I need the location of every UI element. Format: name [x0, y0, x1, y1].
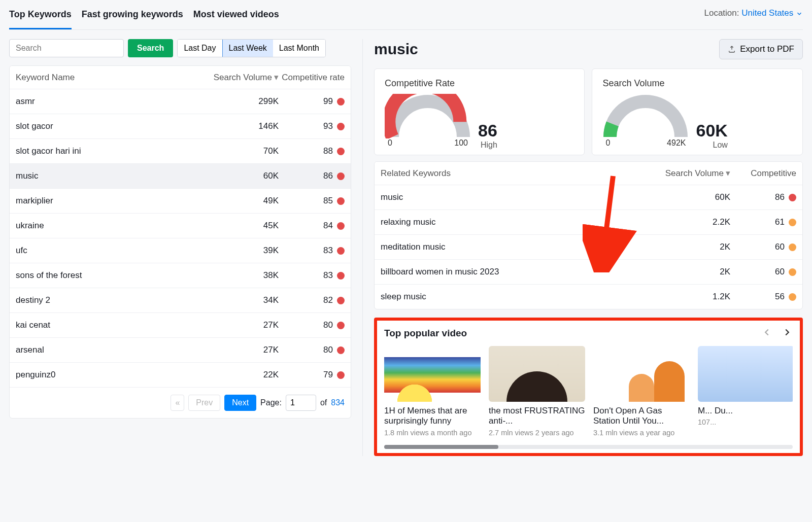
volume-cell: 49K — [213, 196, 279, 206]
keyword-cell: arsenal — [16, 345, 213, 355]
timeframe-last-month[interactable]: Last Month — [273, 40, 325, 57]
competitive-dot-icon — [789, 268, 796, 276]
competitive-dot-icon — [337, 297, 345, 304]
comp-cell: 60 — [730, 242, 796, 252]
comp-cell: 80 — [279, 345, 345, 355]
keyword-cell: ufc — [16, 246, 213, 256]
table-row[interactable]: ufc39K83 — [10, 238, 351, 263]
volume-cell: 39K — [213, 246, 279, 256]
competitive-dot-icon — [789, 194, 796, 201]
video-card[interactable]: M... Du...107... — [698, 346, 793, 437]
comp-cell: 83 — [279, 246, 345, 256]
video-title: 1H of Memes that are surprisingly funny — [384, 406, 481, 427]
page-input[interactable] — [286, 395, 316, 411]
upload-icon — [728, 45, 736, 53]
carousel-scrollbar[interactable] — [384, 445, 793, 449]
competitive-dot-icon — [337, 247, 345, 255]
col-header-volume[interactable]: Search Volume▾ — [213, 72, 279, 83]
keyword-cell: markiplier — [16, 196, 213, 206]
video-card[interactable]: Don't Open A Gas Station Until You...3.1… — [593, 346, 690, 437]
location-value[interactable]: United States — [741, 8, 803, 18]
tab-fast-growing-keywords[interactable]: Fast growing keywords — [82, 4, 183, 29]
keyword-cell: asmr — [16, 96, 213, 107]
comp-cell: 93 — [279, 121, 345, 131]
table-row[interactable]: music60K86 — [375, 185, 802, 210]
tabs-bar: Top KeywordsFast growing keywordsMost vi… — [9, 4, 803, 30]
volume-cell: 60K — [664, 192, 730, 202]
table-row[interactable]: music60K86 — [10, 164, 351, 189]
video-thumbnail — [698, 346, 793, 402]
gauge-level: Low — [696, 141, 727, 150]
table-row[interactable]: kai cenat27K80 — [10, 313, 351, 338]
sort-icon: ▾ — [274, 72, 279, 83]
timeframe-last-day[interactable]: Last Day — [178, 40, 222, 57]
table-row[interactable]: billboard women in music 20232K60 — [375, 260, 802, 285]
carousel-prev-button[interactable] — [761, 327, 772, 340]
keyword-cell: music — [381, 192, 664, 202]
volume-cell: 2.2K — [664, 217, 730, 227]
location-label: Location: — [704, 8, 739, 18]
export-pdf-button[interactable]: Export to PDF — [719, 39, 803, 59]
timeframe-segment: Last DayLast WeekLast Month — [177, 39, 326, 57]
page-label: Page: — [260, 398, 282, 407]
comp-cell: 86 — [730, 192, 796, 202]
keyword-cell: relaxing music — [381, 217, 664, 227]
comp-cell: 99 — [279, 96, 345, 107]
volume-cell: 299K — [213, 96, 279, 107]
table-row[interactable]: penguinz022K79 — [10, 363, 351, 387]
table-row[interactable]: markiplier49K85 — [10, 189, 351, 214]
video-card[interactable]: 1H of Memes that are surprisingly funny1… — [384, 346, 481, 437]
col-header-comp[interactable]: Competitive rate — [279, 73, 345, 83]
search-button[interactable]: Search — [128, 39, 173, 57]
competitive-dot-icon — [337, 272, 345, 280]
video-meta: 2.7 mln views 2 years ago — [489, 429, 585, 437]
gauge-min: 0 — [605, 138, 610, 148]
tab-top-keywords[interactable]: Top Keywords — [9, 4, 72, 29]
video-card[interactable]: the most FRUSTRATING anti-...2.7 mln vie… — [489, 346, 585, 437]
table-row[interactable]: slot gacor146K93 — [10, 114, 351, 139]
timeframe-last-week[interactable]: Last Week — [222, 39, 274, 57]
col-header-keyword[interactable]: Related Keywords — [381, 168, 664, 179]
gauge-max: 100 — [454, 138, 468, 148]
keyword-cell: slot gacor — [16, 121, 213, 131]
carousel-next-button[interactable] — [782, 327, 793, 340]
keyword-cell: music — [16, 171, 213, 181]
table-row[interactable]: meditation music2K60 — [375, 235, 802, 260]
competitive-dot-icon — [337, 148, 345, 155]
gauge-value: 60K — [696, 121, 727, 141]
col-header-keyword[interactable]: Keyword Name — [16, 73, 213, 83]
search-input[interactable] — [9, 39, 124, 57]
table-row[interactable]: destiny 234K82 — [10, 288, 351, 313]
table-row[interactable]: asmr299K99 — [10, 89, 351, 114]
comp-cell: 88 — [279, 146, 345, 156]
table-row[interactable]: sons of the forest38K83 — [10, 263, 351, 288]
tab-most-viewed-videos[interactable]: Most viewed videos — [193, 4, 279, 29]
volume-cell: 27K — [213, 320, 279, 330]
pager-first-button[interactable]: « — [171, 395, 184, 411]
volume-cell: 70K — [213, 146, 279, 156]
table-row[interactable]: sleep music1.2K56 — [375, 285, 802, 309]
table-row[interactable]: slot gacor hari ini70K88 — [10, 139, 351, 164]
table-row[interactable]: relaxing music2.2K61 — [375, 210, 802, 235]
video-meta: 1.8 mln views a month ago — [384, 429, 481, 437]
comp-cell: 85 — [279, 196, 345, 206]
col-header-comp[interactable]: Competitive — [730, 168, 796, 179]
top-popular-video-section: Top popular video 1H of Memes that are s… — [374, 318, 803, 456]
comp-cell: 83 — [279, 270, 345, 281]
table-header-row: Keyword Name Search Volume▾ Competitive … — [10, 66, 351, 89]
volume-cell: 2K — [664, 242, 730, 252]
video-title: M... Du... — [698, 406, 793, 416]
pager: « Prev Next Page: of 834 — [10, 387, 351, 418]
comp-cell: 80 — [279, 320, 345, 330]
table-row[interactable]: arsenal27K80 — [10, 338, 351, 363]
popular-title: Top popular video — [384, 328, 467, 339]
sort-icon: ▾ — [726, 168, 730, 179]
table-row[interactable]: ukraine45K84 — [10, 214, 351, 238]
chevron-down-icon — [796, 10, 803, 17]
video-meta: 107... — [698, 418, 793, 426]
page-total[interactable]: 834 — [331, 398, 345, 407]
pager-prev-button[interactable]: Prev — [188, 395, 220, 411]
video-title: the most FRUSTRATING anti-... — [489, 406, 585, 427]
pager-next-button[interactable]: Next — [224, 395, 256, 411]
col-header-volume[interactable]: Search Volume▾ — [664, 168, 730, 179]
